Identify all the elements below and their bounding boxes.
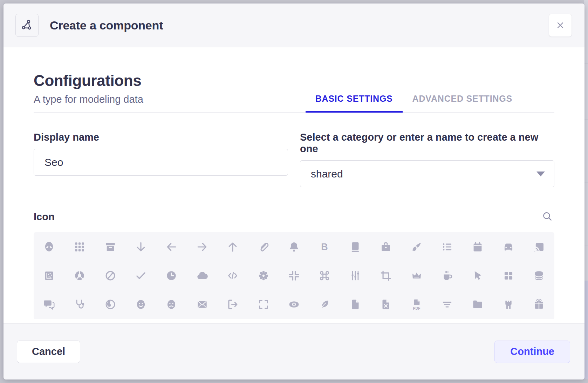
folder-icon <box>471 298 484 311</box>
icon-option-cursor[interactable] <box>469 267 487 285</box>
icon-option-file-error[interactable] <box>377 295 395 314</box>
heading-row: Configurations A type for modeling data … <box>34 47 554 113</box>
icon-option-collapse[interactable] <box>285 267 303 285</box>
icon-grid: BPDF <box>34 232 554 319</box>
icon-option-alien[interactable] <box>40 238 58 256</box>
icon-option-cup[interactable] <box>438 267 456 285</box>
heading-block: Configurations A type for modeling data <box>34 72 143 112</box>
icon-option-gift[interactable] <box>530 295 548 314</box>
icon-option-bullet-list[interactable] <box>438 238 456 256</box>
file-icon <box>349 298 362 311</box>
icon-option-file[interactable] <box>346 295 364 314</box>
icon-option-calendar[interactable] <box>469 238 487 256</box>
icon-option-emotion-happy[interactable] <box>132 295 150 314</box>
icon-option-clock[interactable] <box>162 267 180 285</box>
chart-bubble-icon <box>42 269 56 282</box>
icon-option-briefcase[interactable] <box>377 238 395 256</box>
icon-option-command[interactable] <box>315 267 334 285</box>
icon-option-bell[interactable] <box>285 238 303 256</box>
chart-pie-icon <box>104 269 117 282</box>
code-icon <box>226 269 239 282</box>
eye-icon <box>287 298 301 311</box>
emotion-happy-icon <box>134 298 148 311</box>
display-name-input[interactable] <box>34 149 288 176</box>
icon-option-car[interactable] <box>499 238 518 256</box>
icon-option-arrow-left[interactable] <box>162 238 180 256</box>
archive-icon <box>104 240 117 254</box>
cast-icon <box>532 240 546 254</box>
modal-header: Create a component <box>4 4 584 47</box>
icon-option-crop[interactable] <box>377 267 395 285</box>
icon-option-check[interactable] <box>132 267 150 285</box>
icon-option-chart-pie[interactable] <box>101 267 119 285</box>
component-icon <box>21 19 33 32</box>
fields-row: Display name Select a category or enter … <box>34 132 554 187</box>
icon-option-doctor[interactable] <box>70 295 89 314</box>
icon-option-envelop[interactable] <box>193 295 211 314</box>
arrow-left-icon <box>165 240 178 254</box>
icon-option-brush[interactable] <box>408 238 426 256</box>
icon-option-gate[interactable] <box>499 295 518 314</box>
close-icon <box>555 20 565 30</box>
icon-option-connector[interactable] <box>346 267 364 285</box>
icon-option-emotion-unhappy[interactable] <box>162 295 180 314</box>
check-icon <box>134 269 148 282</box>
icon-label: Icon <box>34 211 55 223</box>
settings-tabs: BASIC SETTINGS ADVANCED SETTINGS <box>306 94 522 112</box>
category-label: Select a category or enter a name to cre… <box>300 132 554 155</box>
crop-icon <box>379 269 392 282</box>
close-button[interactable] <box>549 14 572 37</box>
icon-option-attachment[interactable] <box>254 238 273 256</box>
doctor-icon <box>73 298 86 311</box>
tab-advanced-settings[interactable]: ADVANCED SETTINGS <box>403 94 522 112</box>
icon-option-eye[interactable] <box>285 295 303 314</box>
icon-option-crown[interactable] <box>408 267 426 285</box>
car-icon <box>502 240 515 254</box>
attachment-icon <box>257 240 270 254</box>
icon-picker-header: Icon <box>34 210 554 224</box>
icon-option-database[interactable] <box>530 267 548 285</box>
cancel-button[interactable]: Cancel <box>17 341 80 363</box>
collapse-icon <box>287 269 301 282</box>
icon-option-filter[interactable] <box>438 295 456 314</box>
apps-icon <box>73 240 86 254</box>
icon-option-chart-bubble[interactable] <box>40 267 58 285</box>
envelop-icon <box>196 298 209 311</box>
modal-title: Create a component <box>50 19 163 32</box>
icon-option-arrow-up[interactable] <box>224 238 242 256</box>
icon-option-bold[interactable]: B <box>315 238 334 256</box>
continue-button[interactable]: Continue <box>494 341 570 363</box>
icon-option-apps[interactable] <box>70 238 89 256</box>
icon-option-cog[interactable] <box>254 267 273 285</box>
icon-option-discuss[interactable] <box>40 295 58 314</box>
icon-option-file-pdf[interactable]: PDF <box>408 295 426 314</box>
icon-option-arrow-right[interactable] <box>193 238 211 256</box>
icon-option-book[interactable] <box>346 238 364 256</box>
cup-icon <box>440 269 454 282</box>
icon-option-code[interactable] <box>224 267 242 285</box>
icon-option-chart-circle[interactable] <box>70 267 89 285</box>
icon-option-exit[interactable] <box>224 295 242 314</box>
icon-option-dashboard[interactable] <box>499 267 518 285</box>
icon-option-archive[interactable] <box>101 238 119 256</box>
category-select[interactable]: shared <box>300 160 554 187</box>
icon-option-expand[interactable] <box>254 295 273 314</box>
icon-option-feather[interactable] <box>315 295 334 314</box>
icon-option-folder[interactable] <box>469 295 487 314</box>
dashboard-icon <box>502 269 515 282</box>
modal-footer: Cancel Continue <box>4 323 584 379</box>
expand-icon <box>257 298 270 311</box>
connector-icon <box>349 269 362 282</box>
icon-search-button[interactable] <box>540 210 554 224</box>
display-name-label: Display name <box>34 132 288 143</box>
arrow-down-icon <box>134 240 148 254</box>
icon-option-cloud[interactable] <box>193 267 211 285</box>
svg-text:PDF: PDF <box>413 307 420 310</box>
svg-text:B: B <box>321 242 328 252</box>
crown-icon <box>410 269 423 282</box>
icon-option-arrow-down[interactable] <box>132 238 150 256</box>
icon-option-cast[interactable] <box>530 238 548 256</box>
emotion-unhappy-icon <box>165 298 178 311</box>
tab-basic-settings[interactable]: BASIC SETTINGS <box>306 94 403 112</box>
icon-option-earth[interactable] <box>101 295 119 314</box>
